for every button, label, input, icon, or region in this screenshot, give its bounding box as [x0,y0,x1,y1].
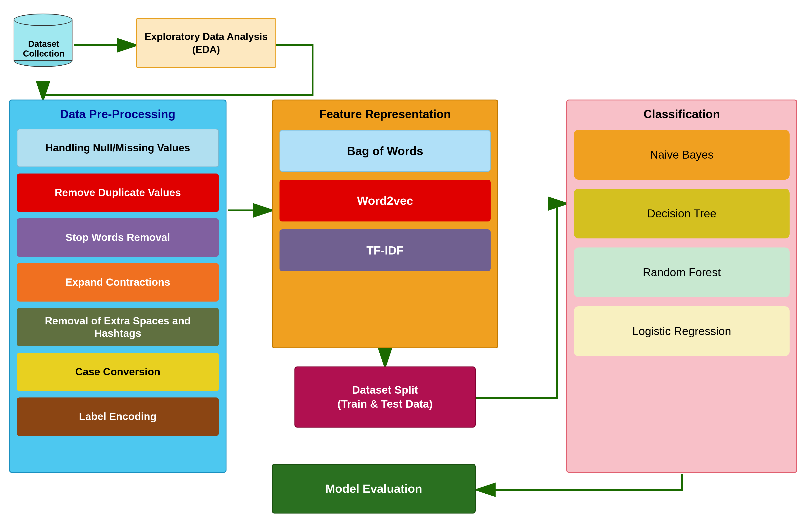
classification-box: Classification Naive Bayes Decision Tree… [566,100,797,473]
cylinder-body: Dataset Collection [14,20,72,61]
dataset-label: Dataset Collection [14,39,73,59]
cylinder-top [14,14,72,26]
feature-representation-box: Feature Representation Bag of Words Word… [272,100,498,348]
preprocessing-item-duplicate: Remove Duplicate Values [17,174,219,212]
feature-item-word2vec: Word2vec [279,180,491,222]
classification-item-naivebayes: Naive Bayes [574,130,789,180]
dataset-collection: Dataset Collection [14,14,72,67]
classification-item-logistic: Logistic Regression [574,306,789,356]
diagram-container: Dataset Collection Exploratory Data Anal… [0,0,812,528]
feature-item-tfidf: TF-IDF [279,229,491,271]
eda-box: Exploratory Data Analysis(EDA) [136,18,276,68]
classification-item-decisiontree: Decision Tree [574,188,789,239]
eda-label: Exploratory Data Analysis(EDA) [145,30,268,56]
model-evaluation-box: Model Evaluation [272,464,476,514]
feature-item-bow: Bag of Words [279,130,491,172]
preprocessing-item-encoding: Label Encoding [17,397,219,436]
dataset-label-line1: Dataset [28,39,59,49]
preprocessing-title: Data Pre-Processing [17,107,219,121]
model-eval-label: Model Evaluation [325,482,422,495]
preprocessing-item-case: Case Conversion [17,353,219,391]
preprocessing-item-stopwords: Stop Words Removal [17,218,219,257]
dataset-split-box: Dataset Split(Train & Test Data) [294,366,476,427]
preprocessing-item-contractions: Expand Contractions [17,263,219,302]
preprocessing-item-null: Handling Null/Missing Values [17,129,219,167]
preprocessing-box: Data Pre-Processing Handling Null/Missin… [9,100,227,473]
dataset-label-line2: Collection [23,49,64,58]
dataset-split-label: Dataset Split(Train & Test Data) [337,383,433,411]
preprocessing-item-spaces: Removal of Extra Spaces and Hashtags [17,308,219,346]
feature-title: Feature Representation [279,107,491,121]
classification-title: Classification [574,107,789,121]
classification-item-randomforest: Random Forest [574,247,789,297]
